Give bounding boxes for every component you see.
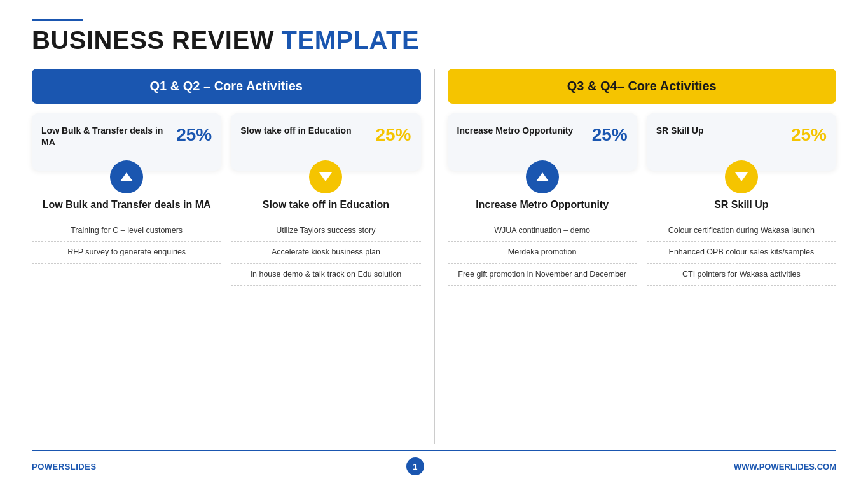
list-item: In house demo & talk track on Edu soluti… [231, 264, 420, 286]
footer-brand: POWERSLIDES [32, 462, 97, 471]
left-card-1-label: Low Bulk & Transfer deals in MA [41, 125, 176, 148]
list-item: Training for C – level customers [32, 220, 221, 242]
right-card-2-icon [725, 160, 758, 193]
arrow-down-icon [319, 172, 332, 181]
right-card-1-wrapper: Increase Metro Opportunity 25% [448, 113, 637, 193]
left-panel: Q1 & Q2 – Core Activities Low Bulk & Tra… [32, 69, 421, 444]
right-card-1-label: Increase Metro Opportunity [457, 125, 592, 136]
right-section-title-1: Increase Metro Opportunity [448, 199, 637, 212]
right-section-title-2: SR Skill Up [647, 199, 836, 212]
left-bullet-list-2: Utilize Taylors success story Accelerate… [231, 220, 420, 444]
footer: POWERSLIDES 1 WWW.POWERLIDES.COM [32, 450, 836, 475]
left-card-1-percent: 25% [176, 125, 212, 145]
right-card-2-percent: 25% [791, 125, 827, 145]
left-card-2-label: Slow take off in Education [240, 125, 375, 136]
title-dark: BUSINESS REVIEW [32, 26, 274, 54]
left-card-1-wrapper: Low Bulk & Transfer deals in MA 25% [32, 113, 221, 193]
left-section-titles: Low Bulk and Transfer deals in MA Slow t… [32, 199, 421, 212]
list-item: CTI pointers for Wakasa activities [647, 264, 836, 286]
list-item: Enhanced OPB colour sales kits/samples [647, 242, 836, 264]
right-section-titles: Increase Metro Opportunity SR Skill Up [448, 199, 837, 212]
vertical-divider [434, 69, 435, 444]
list-item: Free gift promotion in November and Dece… [448, 264, 637, 286]
right-cards-row: Increase Metro Opportunity 25% SR Skill … [448, 113, 837, 193]
right-bullet-list-1: WJUA continuation – demo Merdeka promoti… [448, 220, 637, 444]
left-card-1-icon [110, 160, 143, 193]
page-container: BUSINESS REVIEW TEMPLATE Q1 & Q2 – Core … [0, 0, 868, 488]
list-item: Merdeka promotion [448, 242, 637, 264]
header-accent-line [32, 19, 83, 21]
arrow-up-icon [120, 172, 133, 181]
left-panel-header: Q1 & Q2 – Core Activities [32, 69, 421, 104]
right-panel-header: Q3 & Q4– Core Activities [448, 69, 837, 104]
list-item: Utilize Taylors success story [231, 220, 420, 242]
right-panel: Q3 & Q4– Core Activities Increase Metro … [448, 69, 837, 444]
arrow-up-icon [536, 172, 549, 181]
brand-dark: POWER [32, 462, 65, 471]
left-card-2-percent: 25% [375, 125, 411, 145]
title-blue: TEMPLATE [274, 26, 419, 54]
right-card-2-wrapper: SR Skill Up 25% [647, 113, 836, 193]
list-item: RFP survey to generate enquiries [32, 242, 221, 264]
list-item: WJUA continuation – demo [448, 220, 637, 242]
left-bullet-lists: Training for C – level customers RFP sur… [32, 220, 421, 444]
left-section-title-1: Low Bulk and Transfer deals in MA [32, 199, 221, 212]
left-card-2-wrapper: Slow take off in Education 25% [231, 113, 420, 193]
footer-url: WWW.POWERLIDES.COM [734, 462, 836, 471]
main-content: Q1 & Q2 – Core Activities Low Bulk & Tra… [32, 69, 836, 444]
page-title: BUSINESS REVIEW TEMPLATE [32, 26, 836, 55]
right-bullet-list-2: Colour certification during Wakasa launc… [647, 220, 836, 444]
list-item: Accelerate kiosk business plan [231, 242, 420, 264]
arrow-down-icon [735, 172, 748, 181]
right-bullet-lists: WJUA continuation – demo Merdeka promoti… [448, 220, 837, 444]
header: BUSINESS REVIEW TEMPLATE [32, 19, 836, 55]
footer-page-number: 1 [406, 457, 424, 475]
left-cards-row: Low Bulk & Transfer deals in MA 25% Slow… [32, 113, 421, 193]
left-bullet-list-1: Training for C – level customers RFP sur… [32, 220, 221, 444]
brand-blue: SLIDES [65, 462, 97, 471]
left-card-2-icon [309, 160, 342, 193]
right-card-1-icon [526, 160, 559, 193]
list-item: Colour certification during Wakasa launc… [647, 220, 836, 242]
right-card-1-percent: 25% [592, 125, 628, 145]
right-card-2-label: SR Skill Up [656, 125, 791, 136]
left-section-title-2: Slow take off in Education [231, 199, 420, 212]
